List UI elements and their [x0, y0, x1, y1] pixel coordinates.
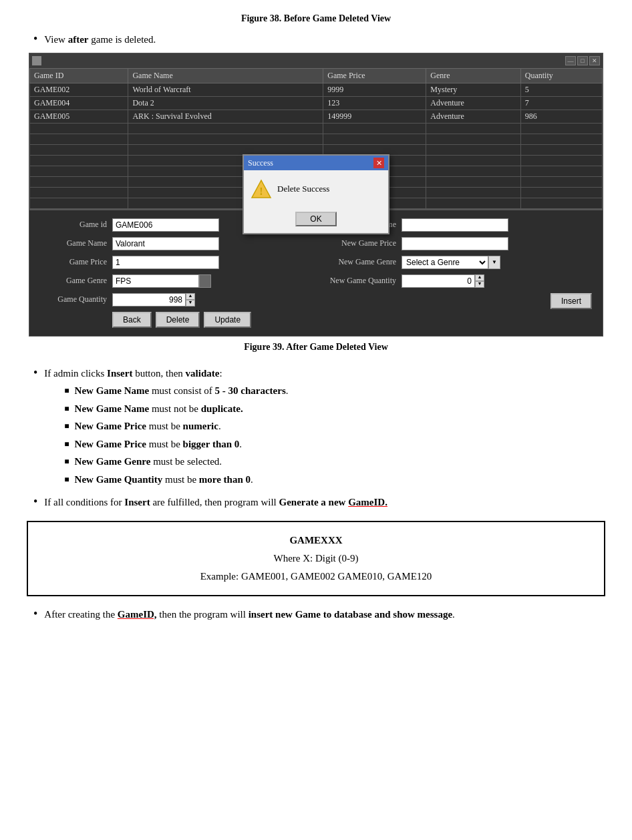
- modal-close-button[interactable]: ✕: [373, 158, 384, 168]
- svg-text:!: !: [259, 186, 263, 197]
- after-bold: after: [68, 34, 89, 45]
- modal-title: Success: [248, 158, 273, 168]
- sub-bullet-price-numeric: ■ New Game Price must be numeric.: [64, 419, 605, 434]
- modal-message: Delete Success: [277, 184, 329, 194]
- insert-bold: Insert: [107, 368, 132, 379]
- gameid-line3: Example: GAME001, GAME002 GAME010, GAME1…: [41, 568, 591, 586]
- sub-bullet-genre-selected: ■ New Game Genre must be selected.: [64, 454, 605, 469]
- sub-bullet-text: New Game Genre must be selected.: [75, 454, 222, 469]
- view-after-bullet: • View after game is deleted.: [33, 32, 605, 47]
- modal-overlay: Success ✕ ! Delete Success OK: [29, 53, 603, 336]
- sub-bullet-price-positive: ■ New Game Price must be bigger than 0.: [64, 437, 605, 452]
- validate-bold: validate: [186, 368, 220, 379]
- modal-body: ! Delete Success: [244, 170, 388, 208]
- warning-icon: !: [251, 178, 272, 200]
- bullet-dot-2: •: [33, 495, 37, 510]
- sub-bullet-text: New Game Name must consist of 5 - 30 cha…: [75, 383, 289, 399]
- after-creating-text: After creating the GameID, then the prog…: [44, 607, 605, 622]
- modal-ok-button[interactable]: OK: [295, 212, 336, 226]
- sub-bullet-marker: ■: [64, 438, 69, 450]
- sub-bullet-text: New Game Price must be numeric.: [75, 419, 221, 434]
- figure-39-caption: Figure 39. After Game Deleted View: [27, 342, 605, 353]
- conditions-text: If all conditions for Insert are fulfill…: [44, 495, 605, 510]
- sub-bullet-text: New Game Quantity must be more than 0.: [75, 472, 253, 487]
- sub-bullet-marker: ■: [64, 473, 69, 485]
- figure-38-title: Figure 38. Before Game Deleted View: [27, 13, 605, 24]
- content-section: • If admin clicks Insert button, then va…: [27, 366, 605, 622]
- sub-bullet-name-chars: ■ New Game Name must consist of 5 - 30 c…: [64, 383, 605, 399]
- insert-validate-bullet: • If admin clicks Insert button, then va…: [33, 366, 605, 490]
- sub-bullet-marker: ■: [64, 455, 69, 467]
- conditions-fulfilled-bullet: • If all conditions for Insert are fulfi…: [33, 495, 605, 510]
- sub-bullet-text: New Game Name must not be duplicate.: [75, 401, 243, 417]
- bullet-dot-3: •: [33, 607, 37, 622]
- gameid-line1: GAMEXXX: [41, 532, 591, 550]
- insert-validate-text: If admin clicks Insert button, then vali…: [44, 366, 605, 490]
- modal-footer: OK: [244, 208, 388, 233]
- sub-bullets-list: ■ New Game Name must consist of 5 - 30 c…: [64, 383, 605, 487]
- sub-bullet-marker: ■: [64, 385, 69, 397]
- modal-titlebar: Success ✕: [244, 156, 388, 170]
- sub-bullet-qty-positive: ■ New Game Quantity must be more than 0.: [64, 472, 605, 487]
- gameid-box: GAMEXXX Where X: Digit (0-9) Example: GA…: [27, 521, 605, 596]
- view-after-text: View after game is deleted.: [44, 32, 605, 47]
- sub-bullet-marker: ■: [64, 403, 69, 415]
- gameid-ref: GameID,: [118, 609, 157, 620]
- after-creating-bullet: • After creating the GameID, then the pr…: [33, 607, 605, 622]
- app-window: — □ ✕ Game ID Game Name Game Price Genre…: [29, 53, 603, 337]
- sub-bullet-name-duplicate: ■ New Game Name must not be duplicate.: [64, 401, 605, 417]
- modal-dialog: Success ✕ ! Delete Success OK: [243, 154, 389, 234]
- sub-bullet-text: New Game Price must be bigger than 0.: [75, 437, 243, 452]
- gameid-underline: GameID.: [348, 497, 387, 507]
- gameid-line2: Where X: Digit (0-9): [41, 550, 591, 568]
- bullet-dot-1: •: [33, 366, 37, 490]
- sub-bullet-marker: ■: [64, 420, 69, 432]
- bullet-dot: •: [33, 32, 37, 47]
